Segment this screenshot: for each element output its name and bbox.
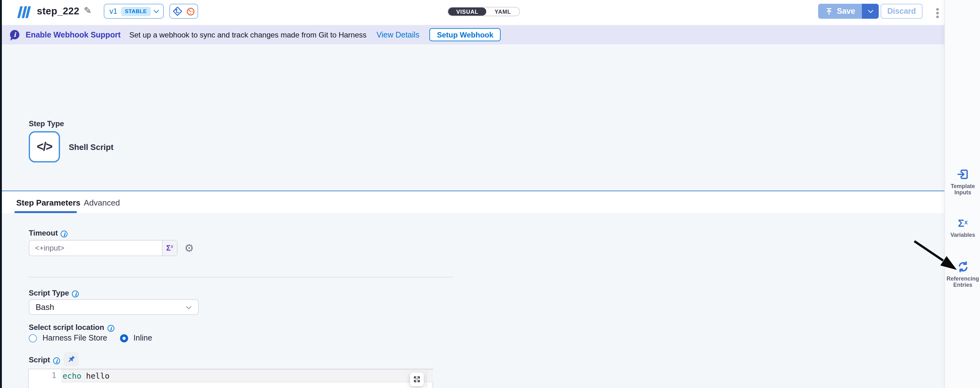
script-type-label: Script Typei — [29, 289, 79, 297]
upload-icon — [825, 7, 833, 15]
app-window: step_222 ✎ v1 STABLE VISUAL YAML — [0, 0, 980, 388]
save-label: Save — [837, 7, 855, 16]
timer-icon[interactable] — [185, 6, 195, 16]
visual-yaml-toggle: VISUAL YAML — [447, 7, 520, 16]
code-argument: hello — [81, 371, 110, 380]
sigma-sub-glyph: x — [170, 243, 173, 249]
code-line[interactable]: echo hello — [62, 371, 110, 380]
banner-title: Enable Webhook Support — [25, 30, 121, 39]
rail-label: Variables — [945, 232, 980, 239]
banner-message: Set up a webhook to sync and track chang… — [129, 30, 367, 39]
active-tab-underline — [14, 211, 77, 213]
chevron-down-icon — [868, 8, 873, 13]
script-location-radios: Harness File Store Inline — [29, 334, 152, 342]
more-options-button[interactable] — [935, 7, 940, 19]
info-icon[interactable]: i — [107, 325, 114, 332]
fullscreen-icon — [413, 375, 421, 383]
editor-scrollbar-rule — [426, 369, 427, 388]
rail-item-referencing-entries[interactable]: Referencing Entries — [945, 261, 980, 288]
script-label: Scripti — [29, 356, 60, 364]
right-rail: Template Inputs Σx Variables Referencing… — [944, 0, 980, 388]
script-location-label: Select script locationi — [29, 323, 114, 332]
rail-label: Referencing Entries — [945, 276, 980, 288]
tab-bar: Step Parameters Advanced — [2, 192, 944, 213]
form-divider — [29, 277, 453, 277]
step-type-label: Step Type — [29, 119, 64, 128]
timeout-input[interactable] — [29, 240, 162, 256]
tab-step-parameters[interactable]: Step Parameters — [16, 198, 80, 207]
expand-editor-button[interactable] — [410, 372, 424, 386]
code-keyword: echo — [62, 371, 81, 380]
harness-logo-icon — [19, 6, 29, 18]
shell-script-icon: </> — [37, 140, 52, 154]
toggle-yaml[interactable]: YAML — [487, 8, 519, 16]
webhook-banner: i Enable Webhook Support Set up a webhoo… — [2, 25, 944, 45]
view-details-link[interactable]: View Details — [377, 30, 419, 39]
pin-script-button[interactable] — [64, 352, 79, 366]
chevron-down-icon — [186, 304, 192, 309]
rail-item-variables[interactable]: Σx Variables — [945, 217, 980, 239]
expression-toggle-button[interactable]: Σx — [162, 240, 177, 256]
script-code-editor[interactable]: 1 echo hello — [28, 369, 433, 388]
toggle-visual[interactable]: VISUAL — [448, 8, 487, 16]
radio-harness-file-store[interactable] — [29, 334, 37, 342]
pushpin-icon — [67, 355, 76, 363]
step-type-value: Shell Script — [69, 142, 113, 152]
chevron-down-icon — [153, 8, 159, 13]
info-bubble-icon: i — [10, 30, 19, 39]
template-inputs-icon — [956, 168, 969, 181]
radio-label-harness-file-store: Harness File Store — [43, 334, 107, 342]
rail-item-template-inputs[interactable]: Template Inputs — [945, 168, 980, 196]
save-split-button: Save — [818, 4, 879, 19]
version-stable-badge: STABLE — [121, 6, 150, 16]
step-config-panel: Step Type </> Shell Script Step Paramete… — [2, 45, 944, 388]
info-icon[interactable]: i — [53, 358, 60, 364]
tab-advanced[interactable]: Advanced — [84, 198, 120, 207]
page-title: step_222 — [37, 6, 80, 17]
discard-button[interactable]: Discard — [881, 4, 923, 19]
info-icon[interactable]: i — [61, 231, 68, 237]
info-icon[interactable]: i — [72, 291, 79, 297]
timeout-label: Timeouti — [29, 229, 68, 237]
save-button[interactable]: Save — [818, 4, 862, 19]
save-options-button[interactable] — [862, 4, 879, 19]
current-line-highlight — [61, 369, 433, 382]
setup-webhook-button[interactable]: Setup Webhook — [430, 28, 501, 41]
script-type-value: Bash — [29, 302, 187, 312]
git-sync-cache-group — [169, 4, 198, 19]
runtime-settings-gear-icon[interactable]: ⚙ — [185, 240, 194, 256]
radio-label-inline: Inline — [134, 334, 152, 342]
rail-label: Template Inputs — [945, 184, 980, 196]
git-sync-icon[interactable] — [172, 6, 182, 16]
referencing-entries-icon — [956, 261, 969, 273]
edit-name-icon[interactable]: ✎ — [84, 5, 92, 16]
section-divider — [2, 191, 944, 191]
sigma-glyph: Σ — [166, 244, 170, 253]
timeout-field-group: Σx — [29, 240, 178, 256]
variables-icon: Σx — [958, 217, 968, 229]
version-dropdown[interactable]: v1 STABLE — [104, 4, 164, 19]
radio-inline[interactable] — [120, 334, 128, 342]
line-number: 1 — [29, 371, 56, 380]
page-header: step_222 ✎ v1 STABLE VISUAL YAML — [2, 0, 944, 25]
step-type-card: </> — [29, 131, 60, 162]
script-type-select[interactable]: Bash — [29, 299, 199, 315]
version-label: v1 — [110, 7, 117, 16]
